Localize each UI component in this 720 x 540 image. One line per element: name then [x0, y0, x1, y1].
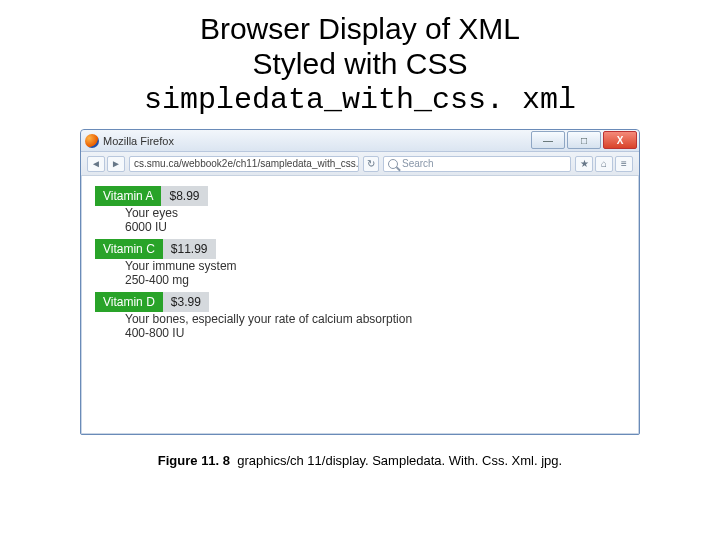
bookmark-button[interactable]: ★	[575, 156, 593, 172]
back-button[interactable]: ◄	[87, 156, 105, 172]
window-titlebar: Mozilla Firefox — □ X	[81, 130, 639, 152]
figure-caption: Figure 11. 8 graphics/ch 11/display. Sam…	[0, 453, 720, 468]
maximize-button[interactable]: □	[567, 131, 601, 149]
url-bar[interactable]: cs.smu.ca/webbook2e/ch11/sampledata_with…	[129, 156, 359, 172]
vitamin-row: Vitamin A $8.99 Your eyes 6000 IU	[95, 186, 625, 235]
vitamin-dose: 250-400 mg	[125, 273, 625, 287]
title-line-2: Styled with CSS	[0, 47, 720, 82]
search-icon	[388, 159, 398, 169]
vitamin-description: Your eyes	[125, 206, 625, 220]
menu-button[interactable]: ≡	[615, 156, 633, 172]
vitamin-dose: 400-800 IU	[125, 326, 625, 340]
vitamin-description: Your immune system	[125, 259, 625, 273]
vitamin-price: $3.99	[163, 292, 209, 312]
search-bar[interactable]: Search	[383, 156, 571, 172]
window-title: Mozilla Firefox	[103, 135, 174, 147]
close-button[interactable]: X	[603, 131, 637, 149]
vitamin-dose: 6000 IU	[125, 220, 625, 234]
vitamin-name: Vitamin C	[95, 239, 163, 259]
vitamin-row: Vitamin C $11.99 Your immune system 250-…	[95, 239, 625, 288]
figure-label: Figure 11. 8	[158, 453, 230, 468]
vitamin-name: Vitamin D	[95, 292, 163, 312]
figure-path: graphics/ch 11/display. Sampledata. With…	[237, 453, 562, 468]
vitamin-price: $8.99	[161, 186, 207, 206]
slide-title: Browser Display of XML Styled with CSS	[0, 0, 720, 81]
home-button[interactable]: ⌂	[595, 156, 613, 172]
vitamin-name: Vitamin A	[95, 186, 161, 206]
url-text: cs.smu.ca/webbook2e/ch11/sampledata_with…	[134, 158, 359, 169]
minimize-button[interactable]: —	[531, 131, 565, 149]
page-content: Vitamin A $8.99 Your eyes 6000 IU Vitami…	[81, 176, 639, 434]
slide-subtitle: simpledata_with_css. xml	[0, 83, 720, 117]
firefox-logo-icon	[85, 134, 99, 148]
reload-button[interactable]: ↻	[363, 156, 379, 172]
title-line-1: Browser Display of XML	[0, 12, 720, 47]
browser-toolbar: ◄ ► cs.smu.ca/webbook2e/ch11/sampledata_…	[81, 152, 639, 176]
forward-button[interactable]: ►	[107, 156, 125, 172]
vitamin-description: Your bones, especially your rate of calc…	[125, 312, 625, 326]
firefox-window: Mozilla Firefox — □ X ◄ ► cs.smu.ca/webb…	[80, 129, 640, 435]
vitamin-price: $11.99	[163, 239, 216, 259]
search-placeholder: Search	[402, 158, 434, 169]
vitamin-row: Vitamin D $3.99 Your bones, especially y…	[95, 292, 625, 341]
